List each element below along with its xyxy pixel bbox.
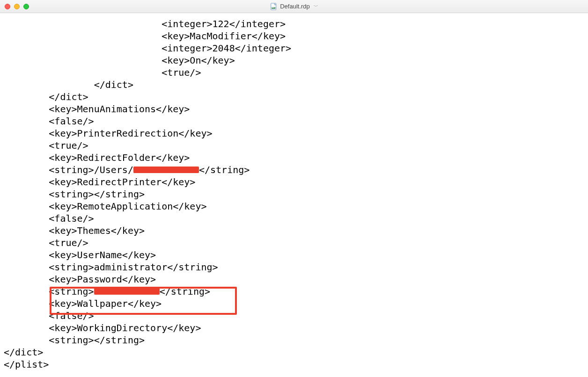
redaction	[133, 167, 199, 173]
code-line: <string></string>	[4, 285, 584, 297]
code-line: <key>MenuAnimations</key>	[4, 103, 584, 115]
text-editor-content[interactable]: <integer>122</integer> <key>MacModifier<…	[0, 13, 588, 374]
close-button[interactable]	[5, 4, 10, 9]
code-line: <false/>	[4, 212, 584, 225]
code-line: <key>PrinterRedirection</key>	[4, 127, 584, 139]
code-line: <key>Wallpaper</key>	[4, 297, 584, 310]
code-line: <key>WorkingDirectory</key>	[4, 322, 584, 334]
code-line: <key>On</key>	[4, 54, 584, 66]
window-controls	[0, 4, 29, 9]
code-line: <key>Themes</key>	[4, 225, 584, 237]
code-line: </dict>	[4, 91, 584, 103]
code-line: </dict>	[4, 346, 584, 358]
svg-text:RDC: RDC	[272, 7, 275, 9]
code-line: <integer>122</integer>	[4, 18, 584, 30]
code-line: <key>UserName</key>	[4, 249, 584, 261]
code-line: <key>RemoteApplication</key>	[4, 200, 584, 212]
code-line: <true/>	[4, 139, 584, 152]
document-title: Default.rdp	[280, 3, 310, 10]
code-line: <key>RedirectPrinter</key>	[4, 176, 584, 188]
code-line: <key>MacModifier</key>	[4, 30, 584, 42]
code-line: <string>administrator</string>	[4, 261, 584, 273]
code-line: <string></string>	[4, 334, 584, 346]
title-center[interactable]: RDC Default.rdp ﹀	[270, 3, 318, 10]
code-line: <key>RedirectFolder</key>	[4, 152, 584, 164]
code-line: <false/>	[4, 310, 584, 322]
code-line: <string>/Users/</string>	[4, 164, 584, 176]
code-line: <true/>	[4, 66, 584, 79]
code-line: <true/>	[4, 237, 584, 249]
minimize-button[interactable]	[14, 4, 20, 9]
code-line: </dict>	[4, 79, 584, 91]
chevron-down-icon: ﹀	[314, 3, 318, 10]
code-line: <integer>2048</integer>	[4, 42, 584, 54]
document-icon: RDC	[270, 3, 277, 10]
code-line: <string></string>	[4, 188, 584, 200]
code-line: </plist>	[4, 358, 584, 370]
code-line: <key>Password</key>	[4, 273, 584, 285]
title-bar: RDC Default.rdp ﹀	[0, 0, 588, 13]
code-line: <false/>	[4, 115, 584, 127]
zoom-button[interactable]	[23, 4, 29, 9]
redaction	[94, 288, 160, 295]
